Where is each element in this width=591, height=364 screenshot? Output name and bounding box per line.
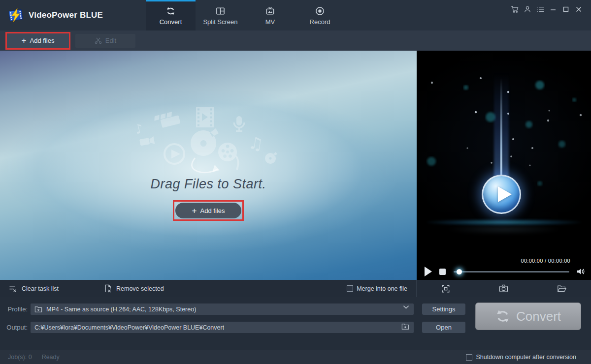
add-files-label: Add files <box>30 37 55 44</box>
profile-value: MP4 - Same as source (H.264; AAC, 128Kbp… <box>46 306 196 313</box>
drop-zone[interactable]: ♪ <box>0 51 417 280</box>
profile-select[interactable]: MP4 - Same as source (H.264; AAC, 128Kbp… <box>31 303 414 315</box>
main-tabs: Convert Split Screen <box>146 0 345 30</box>
chevron-down-icon <box>403 305 409 309</box>
output-path-field[interactable]: C:¥Users¥lora¥Documents¥VideoPower¥Video… <box>31 322 414 333</box>
media-icons-cluster: ♪ <box>132 100 280 183</box>
snapshot-button[interactable] <box>499 284 508 293</box>
shutdown-checkbox-box[interactable] <box>466 354 472 361</box>
record-icon <box>315 6 325 16</box>
scissors-icon <box>95 37 102 44</box>
tab-convert-label: Convert <box>160 18 182 26</box>
browse-output-button[interactable] <box>401 323 409 330</box>
merge-checkbox-box[interactable] <box>347 285 353 292</box>
ready-status: Ready <box>42 354 60 361</box>
output-label: Output: <box>0 324 28 331</box>
video-preview[interactable] <box>417 51 591 256</box>
convert-button[interactable]: Convert <box>475 303 581 330</box>
profile-label: Profile: <box>0 305 28 313</box>
drag-files-text: Drag Files to Start. <box>0 177 417 192</box>
remove-file-icon <box>104 284 112 293</box>
output-path-value: C:¥Users¥lora¥Documents¥VideoPower¥Video… <box>34 324 224 331</box>
shutdown-after-conversion-checkbox[interactable]: Shutdown computer after conversion <box>466 354 576 361</box>
app-logo-icon <box>8 8 24 23</box>
seek-thumb[interactable] <box>457 269 462 274</box>
svg-text:♫: ♫ <box>247 132 265 154</box>
time-display: 00:00:00 / 00:00:00 <box>521 258 570 264</box>
menu-icon[interactable] <box>534 3 547 15</box>
center-add-files-label: Add files <box>200 207 225 214</box>
jobs-count: Job(s): 0 <box>8 354 32 361</box>
seek-track <box>454 271 569 273</box>
window-controls <box>508 3 585 15</box>
profile-dropdown-arrow[interactable] <box>403 305 409 309</box>
edit-label: Edit <box>105 37 116 44</box>
plus-icon: + <box>192 207 197 215</box>
convert-icon <box>166 6 175 16</box>
minimize-icon[interactable] <box>547 3 559 15</box>
volume-icon[interactable] <box>576 268 585 275</box>
tab-record-label: Record <box>310 18 330 26</box>
tab-convert[interactable]: Convert <box>146 0 196 30</box>
merge-into-one-file-checkbox[interactable]: Merge into one file <box>347 285 407 292</box>
tab-mv[interactable]: MV <box>245 0 295 30</box>
tab-split-screen[interactable]: Split Screen <box>196 0 245 30</box>
shutdown-label: Shutdown computer after conversion <box>476 354 576 361</box>
close-icon[interactable] <box>572 3 585 15</box>
preview-play-button[interactable] <box>482 175 521 214</box>
fullscreen-icon <box>441 284 450 293</box>
remove-selected-button[interactable]: Remove selected <box>104 284 164 293</box>
status-bar: Job(s): 0 Ready Shutdown computer after … <box>0 350 591 364</box>
seek-slider[interactable] <box>454 269 569 274</box>
player-tool-icons <box>417 284 591 293</box>
user-icon[interactable] <box>521 3 534 15</box>
clear-task-list-label: Clear task list <box>22 285 59 292</box>
open-output-folder-button[interactable] <box>557 284 567 293</box>
tab-split-screen-label: Split Screen <box>203 18 237 26</box>
split-screen-icon <box>216 6 225 16</box>
maximize-icon[interactable] <box>559 3 572 15</box>
title-bar: VideoPower BLUE Convert <box>0 0 591 30</box>
clear-task-list-button[interactable]: Clear task list <box>9 285 59 293</box>
convert-button-label: Convert <box>516 309 561 324</box>
task-bar: Clear task list Remove selected Merge in… <box>0 280 591 297</box>
task-actions: Clear task list Remove selected <box>0 284 164 293</box>
center-add-files-button[interactable]: + Add files <box>175 203 241 218</box>
tab-mv-label: MV <box>265 18 275 26</box>
play-button[interactable] <box>425 267 432 276</box>
settings-panel: Profile: MP4 - Same as source (H.264; AA… <box>0 297 591 350</box>
stop-button[interactable] <box>439 269 446 275</box>
remove-selected-label: Remove selected <box>116 285 164 292</box>
folder-open-icon <box>557 284 567 293</box>
convert-sync-icon <box>495 309 510 324</box>
camera-icon <box>499 284 508 293</box>
player-controls: 00:00:00 / 00:00:00 <box>417 256 591 280</box>
reflection <box>446 224 561 235</box>
merge-label: Merge into one file <box>357 285 407 292</box>
center-add-files-annotation: + Add files <box>173 200 244 221</box>
plus-icon: + <box>22 36 27 45</box>
app-title: VideoPower BLUE <box>29 10 103 20</box>
clear-list-icon <box>9 285 17 293</box>
add-files-button[interactable]: + Add files <box>7 33 69 48</box>
tab-record[interactable]: Record <box>295 0 345 30</box>
add-files-annotation: + Add files <box>5 32 70 50</box>
play-triangle-icon <box>498 186 512 202</box>
mv-icon <box>265 6 275 16</box>
svg-text:♪: ♪ <box>133 121 144 137</box>
edit-button[interactable]: Edit <box>75 34 135 48</box>
fullscreen-button[interactable] <box>441 284 450 293</box>
preview-player: 00:00:00 / 00:00:00 <box>417 51 591 280</box>
folder-down-icon <box>401 323 409 330</box>
app-window: VideoPower BLUE Convert <box>0 0 591 364</box>
content-area: ♪ <box>0 51 591 280</box>
profile-folder-icon <box>34 306 42 313</box>
settings-button[interactable]: Settings <box>422 303 465 315</box>
open-button[interactable]: Open <box>422 322 465 333</box>
toolbar: + Add files Edit <box>0 30 591 51</box>
cart-icon[interactable] <box>508 3 521 15</box>
